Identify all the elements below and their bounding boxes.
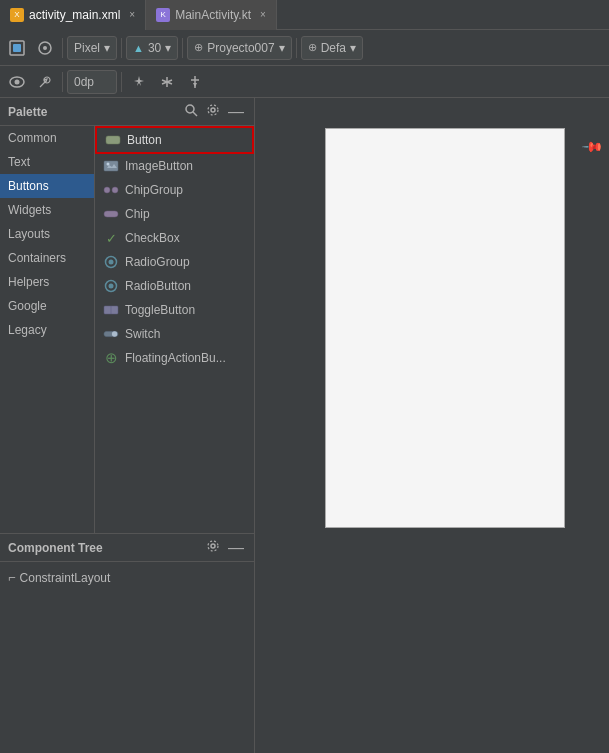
togglebutton-icon xyxy=(103,302,119,318)
component-imagebutton[interactable]: ImageButton xyxy=(95,154,254,178)
device-frame xyxy=(325,128,565,528)
palette-search-btn[interactable] xyxy=(182,103,200,120)
svg-rect-20 xyxy=(104,211,118,217)
tab2-label: MainActivity.kt xyxy=(175,8,251,22)
radiogroup-label: RadioGroup xyxy=(125,255,190,269)
svg-point-14 xyxy=(208,105,218,115)
category-buttons[interactable]: Buttons xyxy=(0,174,94,198)
radiobutton-icon xyxy=(103,278,119,294)
svg-point-13 xyxy=(211,108,215,112)
tree-item-constraint[interactable]: ⌐ ConstraintLayout xyxy=(8,568,246,587)
pixel-label: Pixel xyxy=(74,41,100,55)
palette-settings-btn[interactable] xyxy=(204,103,222,120)
default-dropdown[interactable]: ⊕ Defa ▾ xyxy=(301,36,363,60)
palette-header: Palette — xyxy=(0,98,254,126)
tab-activity-main[interactable]: X activity_main.xml × xyxy=(0,0,146,30)
svg-rect-18 xyxy=(104,187,110,193)
radiogroup-icon xyxy=(103,254,119,270)
tree-title: Component Tree xyxy=(8,541,103,555)
svg-point-28 xyxy=(112,331,117,336)
category-widgets[interactable]: Widgets xyxy=(0,198,94,222)
zero-dp-input[interactable]: 0dp xyxy=(67,70,117,94)
toolbar-row2: 0dp xyxy=(0,66,609,98)
svg-point-17 xyxy=(107,163,110,166)
chevron-down-icon: ▾ xyxy=(104,41,110,55)
component-chipgroup[interactable]: ChipGroup xyxy=(95,178,254,202)
button-icon xyxy=(105,132,121,148)
svg-point-11 xyxy=(186,105,194,113)
tree-settings-btn[interactable] xyxy=(204,539,222,556)
canvas-area: 📌 xyxy=(255,98,609,753)
tab2-close[interactable]: × xyxy=(260,9,266,20)
palette-content: Common Text Buttons Widgets Layouts Cont… xyxy=(0,126,254,533)
component-radiobutton[interactable]: RadioButton xyxy=(95,274,254,298)
svg-point-3 xyxy=(43,46,47,50)
category-layouts[interactable]: Layouts xyxy=(0,222,94,246)
category-helpers[interactable]: Helpers xyxy=(0,270,94,294)
zero-dp-label: 0dp xyxy=(74,75,94,89)
svg-point-30 xyxy=(208,541,218,551)
project-chevron-icon: ▾ xyxy=(279,41,285,55)
sep5 xyxy=(62,72,63,92)
svg-rect-15 xyxy=(106,136,120,144)
svg-point-24 xyxy=(109,284,114,289)
category-google[interactable]: Google xyxy=(0,294,94,318)
tab-mainactivity[interactable]: K MainActivity.kt × xyxy=(146,0,277,30)
component-list: Button ImageButton xyxy=(95,126,254,533)
chipgroup-icon xyxy=(103,182,119,198)
sep3 xyxy=(182,38,183,58)
sparkle-btn[interactable] xyxy=(126,69,152,95)
api-label: 30 xyxy=(148,41,161,55)
imagebutton-label: ImageButton xyxy=(125,159,193,173)
fab-label: FloatingActionBu... xyxy=(125,351,226,365)
component-switch[interactable]: Switch xyxy=(95,322,254,346)
tree-collapse-btn[interactable]: — xyxy=(226,539,246,556)
tab1-close[interactable]: × xyxy=(129,9,135,20)
tree-header: Component Tree — xyxy=(0,534,254,562)
eye-btn[interactable] xyxy=(4,69,30,95)
category-legacy[interactable]: Legacy xyxy=(0,318,94,342)
fab-icon: ⊕ xyxy=(103,350,119,366)
chipgroup-label: ChipGroup xyxy=(125,183,183,197)
align-btn[interactable] xyxy=(182,69,208,95)
togglebutton-label: ToggleButton xyxy=(125,303,195,317)
imagebutton-icon xyxy=(103,158,119,174)
sep2 xyxy=(121,38,122,58)
palette-actions: — xyxy=(182,103,246,120)
constraint-layout-label: ConstraintLayout xyxy=(20,571,111,585)
default-icon: ⊕ xyxy=(308,41,317,54)
sep6 xyxy=(121,72,122,92)
cursor-btn[interactable] xyxy=(32,35,58,61)
category-containers[interactable]: Containers xyxy=(0,246,94,270)
svg-line-12 xyxy=(193,112,197,116)
title-bar: X activity_main.xml × K MainActivity.kt … xyxy=(0,0,609,30)
category-text[interactable]: Text xyxy=(0,150,94,174)
project-dropdown[interactable]: ⊕ Proyecto007 ▾ xyxy=(187,36,291,60)
palette-collapse-btn[interactable]: — xyxy=(226,103,246,120)
wrench-btn[interactable] xyxy=(32,69,58,95)
component-checkbox[interactable]: ✓ CheckBox xyxy=(95,226,254,250)
tree-content: ⌐ ConstraintLayout xyxy=(0,562,254,753)
component-togglebutton[interactable]: ToggleButton xyxy=(95,298,254,322)
component-radiogroup[interactable]: RadioGroup xyxy=(95,250,254,274)
component-chip[interactable]: Chip xyxy=(95,202,254,226)
button-label: Button xyxy=(127,133,162,147)
palette-title: Palette xyxy=(8,105,47,119)
tab1-label: activity_main.xml xyxy=(29,8,120,22)
pin-icon: 📌 xyxy=(581,134,604,157)
asterisk-btn[interactable] xyxy=(154,69,180,95)
switch-icon xyxy=(103,326,119,342)
api-chevron-icon: ▾ xyxy=(165,41,171,55)
component-tree: Component Tree — ⌐ ConstraintLayout xyxy=(0,533,254,753)
radiobutton-label: RadioButton xyxy=(125,279,191,293)
component-button[interactable]: Button xyxy=(95,126,254,154)
xml-file-icon: X xyxy=(10,8,24,22)
api-dropdown[interactable]: ▲ 30 ▾ xyxy=(126,36,178,60)
svg-rect-19 xyxy=(112,187,118,193)
project-icon: ⊕ xyxy=(194,41,203,54)
component-fab[interactable]: ⊕ FloatingActionBu... xyxy=(95,346,254,370)
kt-file-icon: K xyxy=(156,8,170,22)
design-btn[interactable] xyxy=(4,35,30,61)
pixel-dropdown[interactable]: Pixel ▾ xyxy=(67,36,117,60)
category-common[interactable]: Common xyxy=(0,126,94,150)
